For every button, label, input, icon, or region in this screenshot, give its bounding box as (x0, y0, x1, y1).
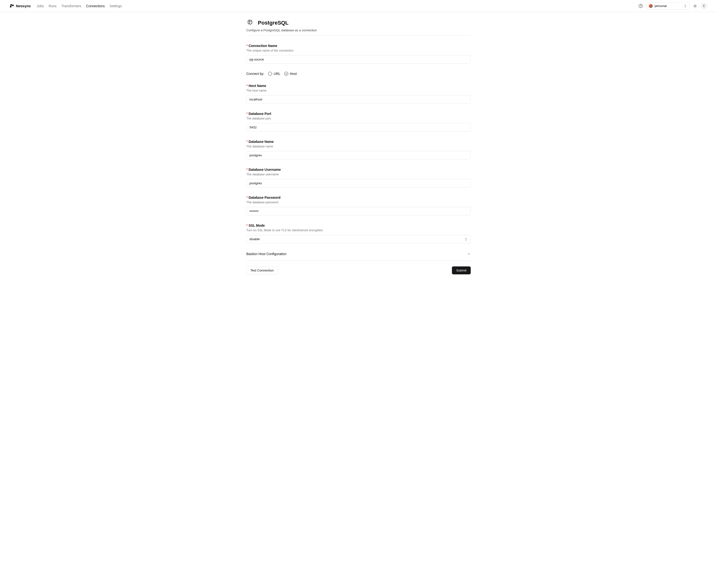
header-right: personal E (638, 2, 708, 9)
help-icon[interactable] (638, 4, 643, 8)
connection-name-label: *Connection Name (246, 44, 471, 48)
field-database-username: *Database Username The database username (246, 168, 471, 187)
bastion-host-toggle[interactable]: Bastion Host Configuration (246, 251, 471, 256)
nav-settings[interactable]: Settings (110, 4, 122, 8)
connection-name-input[interactable] (246, 55, 471, 64)
ssl-mode-select[interactable]: disable (246, 235, 471, 243)
radio-circle-checked-icon (284, 72, 288, 76)
radio-host[interactable]: Host (284, 72, 297, 76)
database-port-input[interactable] (246, 123, 471, 131)
database-password-hint: The database password (246, 201, 471, 204)
database-port-label: *Database Port (246, 112, 471, 115)
svg-point-4 (251, 21, 251, 22)
account-selector[interactable]: personal (646, 2, 690, 9)
chevrons-up-down-icon (683, 4, 687, 8)
nav-runs[interactable]: Runs (49, 4, 57, 8)
database-name-input[interactable] (246, 151, 471, 160)
host-name-label: *Host Name (246, 84, 471, 88)
main-nav: Jobs Runs Transformers Connections Setti… (37, 4, 122, 8)
postgresql-icon (246, 19, 254, 26)
field-database-port: *Database Port The database port. (246, 112, 471, 131)
svg-point-3 (249, 21, 249, 22)
database-username-input[interactable] (246, 179, 471, 187)
database-port-hint: The database port. (246, 117, 471, 120)
nav-connections[interactable]: Connections (86, 4, 105, 8)
sun-icon[interactable] (693, 4, 697, 8)
header-left: Neosync Jobs Runs Transformers Connectio… (9, 4, 122, 8)
connection-name-hint: The unique name of the connection (246, 49, 471, 52)
connect-by-row: Connect by: URL Host (246, 72, 471, 76)
field-ssl-mode: *SSL Mode Turn on SSL Mode to use TLS fo… (246, 224, 471, 243)
chevrons-up-down-icon (464, 237, 468, 241)
test-connection-button[interactable]: Test Connection (246, 266, 278, 275)
database-username-hint: The database username (246, 173, 471, 176)
ssl-mode-value: disable (249, 237, 260, 241)
footer-actions: Test Connection Submit (246, 266, 471, 275)
database-password-input[interactable] (246, 207, 471, 215)
field-database-password: *Database Password The database password (246, 195, 471, 215)
page-header: PostgreSQL (246, 19, 471, 26)
ssl-mode-hint: Turn on SSL Mode to use TLS for client/s… (246, 229, 471, 232)
database-name-hint: The database name (246, 145, 471, 148)
page-subtitle: Configure a PostgreSQL database as a con… (246, 28, 471, 36)
field-connection-name: *Connection Name The unique name of the … (246, 44, 471, 64)
field-database-name: *Database Name The database name (246, 140, 471, 160)
host-name-input[interactable] (246, 95, 471, 104)
neosync-logo-icon (9, 4, 14, 8)
radio-url-label: URL (274, 72, 281, 76)
radio-circle-icon (268, 72, 272, 76)
svg-point-2 (694, 5, 696, 7)
brand-logo[interactable]: Neosync (9, 4, 31, 8)
page-title: PostgreSQL (258, 20, 288, 26)
ssl-mode-label: *SSL Mode (246, 224, 471, 227)
nav-transformers[interactable]: Transformers (61, 4, 81, 8)
avatar-letter: E (703, 4, 705, 8)
field-host-name: *Host Name The host name (246, 84, 471, 104)
user-avatar[interactable]: E (701, 3, 708, 9)
radio-url[interactable]: URL (268, 72, 281, 76)
database-username-label: *Database Username (246, 168, 471, 171)
app-header: Neosync Jobs Runs Transformers Connectio… (0, 0, 717, 12)
submit-button[interactable]: Submit (452, 267, 471, 274)
radio-host-label: Host (290, 72, 297, 76)
chevron-down-icon (467, 252, 471, 256)
connect-by-label: Connect by: (246, 72, 264, 76)
nav-jobs[interactable]: Jobs (37, 4, 44, 8)
database-password-label: *Database Password (246, 195, 471, 200)
page-content: PostgreSQL Configure a PostgreSQL databa… (246, 12, 471, 289)
host-name-hint: The host name (246, 89, 471, 92)
account-name: personal (655, 4, 681, 8)
brand-name: Neosync (16, 4, 31, 8)
account-avatar-dot (649, 4, 653, 8)
bastion-title: Bastion Host Configuration (246, 252, 286, 256)
database-name-label: *Database Name (246, 140, 471, 144)
